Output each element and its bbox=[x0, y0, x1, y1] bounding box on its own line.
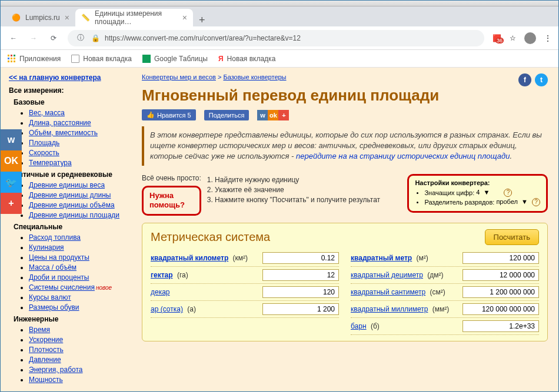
main-column: f t Конвертеры мер и весов > Базовые кон… bbox=[136, 68, 558, 392]
sig-digits-select[interactable]: 4 ▼ bbox=[476, 189, 500, 196]
share-more-button[interactable]: + bbox=[1, 193, 22, 214]
mini-plus-icon[interactable]: + bbox=[278, 110, 289, 120]
sidebar-item[interactable]: Энергия, работа bbox=[29, 366, 130, 374]
tab-strip: 🟠 Lumpics.ru × 📏 Единицы измерения площа… bbox=[1, 6, 558, 26]
sidebar-item[interactable]: Древние единицы веса bbox=[29, 181, 130, 189]
sidebar-item[interactable]: Плотность bbox=[29, 346, 130, 354]
sidebar-item[interactable]: Курсы валют bbox=[29, 293, 130, 301]
reload-button[interactable]: ⟳ bbox=[48, 32, 59, 44]
mini-ok-icon[interactable]: ok bbox=[268, 110, 278, 120]
tab-lumpics[interactable]: 🟠 Lumpics.ru × bbox=[5, 9, 75, 26]
need-help-box[interactable]: Нужнапомощь? bbox=[142, 186, 201, 216]
unit-link[interactable]: квадратный сантиметр bbox=[351, 288, 425, 296]
share-ok-button[interactable]: OK bbox=[1, 150, 22, 172]
profile-icon[interactable] bbox=[524, 32, 536, 44]
tab-convertme[interactable]: 📏 Единицы измерения площади… × bbox=[75, 9, 193, 26]
bookmark-star-icon[interactable]: ☆ bbox=[510, 34, 516, 42]
bookmark-item[interactable]: ЯНовая вкладка bbox=[218, 55, 275, 63]
sidebar-item[interactable]: Расход топлива bbox=[29, 233, 130, 242]
fb-share-button[interactable]: Поделиться bbox=[204, 110, 249, 120]
unit-input[interactable] bbox=[462, 252, 539, 264]
back-to-home-link[interactable]: << на главную конвертера bbox=[9, 73, 130, 82]
close-icon[interactable]: × bbox=[182, 13, 187, 22]
mini-vk-icon[interactable]: w bbox=[257, 110, 268, 120]
yandex-icon: Я bbox=[218, 55, 224, 63]
social-rail: w OK 🐦 + bbox=[1, 129, 22, 214]
back-button[interactable]: ← bbox=[8, 32, 19, 44]
calculate-button[interactable]: Посчитать bbox=[485, 229, 539, 245]
unit-input[interactable] bbox=[262, 303, 339, 315]
historic-link[interactable]: перейдите на на страницу исторических ед… bbox=[296, 152, 510, 160]
unit-row: ар (сотка) (а) bbox=[151, 301, 339, 318]
fb-round-icon[interactable]: f bbox=[518, 73, 531, 86]
unit-link[interactable]: гектар bbox=[151, 271, 173, 279]
sidebar-item[interactable]: Вес, масса bbox=[29, 109, 130, 117]
toolbar: ← → ⟳ ⓘ 🔒 https://www.convert-me.com/ru/… bbox=[1, 26, 558, 50]
sidebar-group: Античные и средневековые bbox=[14, 170, 130, 179]
sidebar-item[interactable]: Системы счисленияновое bbox=[29, 283, 130, 292]
sidebar-item[interactable]: Цены на продукты bbox=[29, 253, 130, 262]
apps-button[interactable]: Приложения bbox=[8, 55, 61, 63]
unit-input[interactable] bbox=[462, 269, 539, 281]
unit-link[interactable]: квадратный миллиметр bbox=[351, 305, 428, 313]
page-body: w OK 🐦 + << на главную конвертера Все из… bbox=[1, 68, 558, 392]
sidebar-item[interactable]: Температура bbox=[29, 159, 130, 167]
info-icon[interactable]: ⓘ bbox=[75, 32, 86, 44]
unit-input[interactable] bbox=[462, 303, 539, 315]
forward-button[interactable]: → bbox=[28, 32, 39, 44]
close-icon[interactable]: × bbox=[65, 13, 69, 22]
setting-separator: Разделитель разрядов: пробел ▼ ? bbox=[424, 198, 540, 206]
bookmark-item[interactable]: Новая вкладка bbox=[71, 55, 132, 63]
steps: 1. Найдите нужную единицу 2. Укажите её … bbox=[207, 174, 402, 206]
new-tab-button[interactable]: + bbox=[193, 14, 211, 26]
step: 3. Нажмите кнопку "Посчитать" и получите… bbox=[207, 196, 402, 204]
separator-select[interactable]: пробел ▼ bbox=[496, 198, 528, 205]
help-icon[interactable]: ? bbox=[532, 198, 540, 206]
unit-link[interactable]: ар (сотка) bbox=[151, 305, 183, 313]
favicon-lumpics: 🟠 bbox=[11, 13, 21, 22]
unit-link[interactable]: квадратный дециметр bbox=[351, 271, 423, 279]
sidebar-item[interactable]: Скорость bbox=[29, 149, 130, 157]
sidebar-item[interactable]: Ускорение bbox=[29, 336, 130, 344]
sidebar-item[interactable]: Давление bbox=[29, 356, 130, 364]
apps-icon bbox=[8, 55, 16, 63]
extension-yandex[interactable]: 🟥 bbox=[493, 34, 501, 42]
tw-round-icon[interactable]: t bbox=[535, 73, 548, 86]
sidebar-item[interactable]: Мощность bbox=[29, 376, 130, 384]
breadcrumb-link[interactable]: Базовые конвертеры bbox=[223, 73, 286, 81]
unit-input[interactable] bbox=[462, 320, 539, 332]
share-twitter-button[interactable]: 🐦 bbox=[1, 172, 22, 193]
unit-row: гектар (га) bbox=[151, 267, 339, 284]
bookmark-item[interactable]: Google Таблицы bbox=[142, 55, 208, 63]
breadcrumb-link[interactable]: Конвертеры мер и весов bbox=[142, 73, 216, 81]
sidebar-item[interactable]: Древние единицы площади bbox=[29, 211, 130, 219]
bookmarks-bar: Приложения Новая вкладка Google Таблицы … bbox=[1, 50, 558, 68]
sidebar-item[interactable]: Время bbox=[29, 326, 130, 334]
unit-link[interactable]: квадратный метр bbox=[351, 254, 412, 262]
fb-like-button[interactable]: 👍 Нравится 5 bbox=[142, 109, 196, 120]
sidebar-item[interactable]: Размеры обуви bbox=[29, 303, 130, 311]
unit-link[interactable]: декар bbox=[151, 288, 170, 296]
unit-input[interactable] bbox=[262, 269, 339, 281]
page-title: Мгновенный перевод единиц площади bbox=[142, 86, 548, 105]
unit-row: барн (б) bbox=[351, 318, 539, 335]
menu-icon[interactable]: ⋮ bbox=[544, 34, 551, 42]
unit-input[interactable] bbox=[262, 252, 339, 264]
sidebar-item[interactable]: Древние единицы объёма bbox=[29, 201, 130, 209]
sidebar-item[interactable]: Длина, расстояние bbox=[29, 119, 130, 127]
sidebar-item[interactable]: Объём, вместимость bbox=[29, 129, 130, 137]
sidebar-item[interactable]: Дроби и проценты bbox=[29, 273, 130, 282]
share-vk-button[interactable]: w bbox=[1, 129, 22, 150]
unit-input[interactable] bbox=[262, 286, 339, 298]
sidebar-item[interactable]: Древние единицы длины bbox=[29, 191, 130, 199]
unit-input[interactable] bbox=[462, 286, 539, 298]
help-icon[interactable]: ? bbox=[504, 189, 512, 197]
sidebar-item[interactable]: Площадь bbox=[29, 139, 130, 147]
lock-icon: 🔒 bbox=[91, 34, 100, 42]
unit-link[interactable]: квадратный километр bbox=[151, 254, 228, 262]
sidebar-item[interactable]: Масса / объём bbox=[29, 263, 130, 272]
sidebar-item[interactable]: Кулинария bbox=[29, 243, 130, 252]
unit-link[interactable]: барн bbox=[351, 322, 367, 330]
top-row: f t Конвертеры мер и весов > Базовые кон… bbox=[142, 73, 548, 81]
address-bar[interactable]: ⓘ 🔒 https://www.convert-me.com/ru/conver… bbox=[68, 30, 484, 46]
